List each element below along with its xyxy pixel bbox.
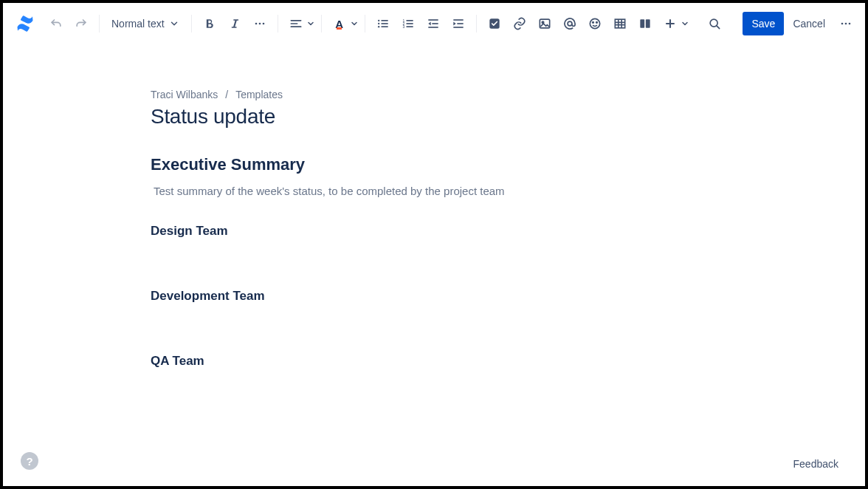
chevron-down-icon <box>169 18 179 29</box>
svg-point-46 <box>849 23 851 25</box>
svg-point-45 <box>845 23 847 25</box>
svg-point-1 <box>258 23 261 25</box>
editor-content[interactable]: Traci Wilbanks / Templates Status update… <box>3 44 865 486</box>
help-button[interactable]: ? <box>21 452 38 470</box>
text-style-dropdown[interactable]: Normal text <box>106 12 185 35</box>
toolbar-separator <box>476 15 477 33</box>
text-color-button[interactable]: A <box>328 12 351 35</box>
action-item-button[interactable] <box>483 12 506 35</box>
more-actions-button[interactable] <box>834 12 858 35</box>
undo-button[interactable] <box>44 12 68 35</box>
toolbar-separator <box>278 15 278 33</box>
more-formatting-button[interactable] <box>248 12 272 35</box>
svg-point-0 <box>255 23 257 25</box>
svg-rect-15 <box>406 20 413 21</box>
svg-rect-20 <box>428 27 438 28</box>
outdent-button[interactable] <box>421 12 445 35</box>
svg-marker-21 <box>428 22 430 26</box>
svg-rect-19 <box>432 23 438 24</box>
svg-rect-17 <box>406 26 413 27</box>
svg-rect-11 <box>381 26 388 27</box>
indent-button[interactable] <box>447 12 470 35</box>
svg-rect-23 <box>457 23 463 24</box>
svg-rect-9 <box>381 20 388 21</box>
heading-development-team[interactable]: Development Team <box>151 289 865 304</box>
svg-marker-25 <box>453 22 455 26</box>
feedback-link[interactable]: Feedback <box>793 458 838 470</box>
svg-rect-16 <box>406 23 413 24</box>
mention-button[interactable] <box>558 12 582 35</box>
toolbar-separator <box>99 15 100 33</box>
bullet-list-button[interactable] <box>371 12 395 35</box>
confluence-logo-icon[interactable] <box>15 13 35 34</box>
layouts-button[interactable] <box>633 12 657 35</box>
chevron-down-icon[interactable] <box>681 19 689 28</box>
toolbar-separator <box>191 15 192 33</box>
italic-button[interactable] <box>223 12 247 35</box>
svg-rect-24 <box>453 27 463 28</box>
svg-point-6 <box>378 20 379 21</box>
emoji-button[interactable] <box>583 12 607 35</box>
toolbar-separator <box>365 15 365 33</box>
placeholder-executive-summary[interactable]: Test summary of the week's status, to be… <box>151 185 865 197</box>
svg-rect-39 <box>645 19 650 28</box>
svg-rect-38 <box>640 19 644 28</box>
svg-rect-33 <box>615 19 624 28</box>
svg-rect-10 <box>381 23 388 24</box>
text-style-label: Normal text <box>111 18 165 30</box>
svg-point-30 <box>590 18 599 28</box>
svg-point-32 <box>596 22 597 24</box>
heading-executive-summary[interactable]: Executive Summary <box>151 155 865 174</box>
svg-point-7 <box>378 23 379 24</box>
breadcrumb-separator: / <box>225 89 228 100</box>
svg-text:3: 3 <box>402 24 404 29</box>
cancel-button[interactable]: Cancel <box>785 12 833 35</box>
chevron-down-icon[interactable] <box>306 19 315 28</box>
breadcrumb-section[interactable]: Templates <box>235 89 283 100</box>
heading-qa-team[interactable]: QA Team <box>151 354 865 369</box>
breadcrumb: Traci Wilbanks / Templates <box>151 89 865 100</box>
breadcrumb-owner[interactable]: Traci Wilbanks <box>151 89 218 100</box>
svg-point-31 <box>592 22 593 24</box>
insert-more-button[interactable] <box>658 12 682 35</box>
svg-line-43 <box>717 26 720 29</box>
svg-point-44 <box>841 23 844 25</box>
link-button[interactable] <box>508 12 531 35</box>
svg-rect-22 <box>453 19 463 21</box>
search-button[interactable] <box>703 12 726 35</box>
bold-button[interactable] <box>198 12 221 35</box>
numbered-list-button[interactable]: 123 <box>396 12 420 35</box>
editor-frame: Normal text A <box>3 3 865 486</box>
heading-design-team[interactable]: Design Team <box>151 224 865 239</box>
page-title[interactable]: Status update <box>151 105 865 129</box>
image-button[interactable] <box>533 12 557 35</box>
table-button[interactable] <box>608 12 632 35</box>
align-button[interactable] <box>284 12 308 35</box>
redo-button[interactable] <box>69 12 93 35</box>
toolbar-separator <box>321 15 322 33</box>
editor-toolbar: Normal text A <box>3 3 865 44</box>
chevron-down-icon[interactable] <box>350 19 359 28</box>
svg-rect-18 <box>428 19 438 21</box>
save-button[interactable]: Save <box>743 12 784 35</box>
svg-point-29 <box>568 21 572 26</box>
svg-point-2 <box>262 23 264 25</box>
svg-point-8 <box>378 26 379 27</box>
